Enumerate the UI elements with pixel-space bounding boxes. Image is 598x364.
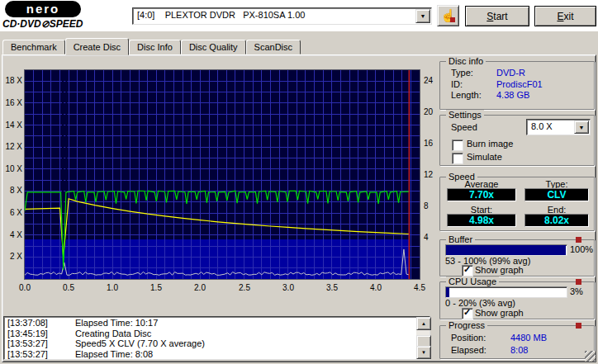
record-indicator-icon xyxy=(576,237,581,243)
cpu-percent-label: 3% xyxy=(570,286,583,296)
log-message: Speed5 X CLV (7.70 X average) xyxy=(75,338,205,349)
disc-info-title: Disc info xyxy=(446,56,486,66)
scroll-down-button[interactable]: ▼ xyxy=(416,346,431,359)
triangle-down-icon: ▼ xyxy=(421,350,426,355)
record-indicator-icon xyxy=(576,323,581,329)
buffer-progressbar-fill xyxy=(446,245,566,255)
y-axis-right-tick-label: 12 xyxy=(424,170,440,179)
disc-info-group: Disc info Type:DVD-RID:ProdiscF01Length:… xyxy=(439,61,595,110)
tab-disc-quality[interactable]: Disc Quality xyxy=(181,40,246,54)
record-indicator-icon xyxy=(576,279,581,285)
nero-logo: nero xyxy=(5,1,81,17)
drive-selector-value: [4:0] PLEXTOR DVDR PX-810SA 1.00 xyxy=(137,10,305,20)
disc-info-row: Length:4.38 GB xyxy=(451,90,589,102)
progress-group: Progress Position: 4480 MB Elapsed: 8:08 xyxy=(439,325,595,359)
buffer-show-graph-label: Show graph xyxy=(475,265,524,275)
tab-benchmark[interactable]: Benchmark xyxy=(2,40,65,54)
info-value: ProdiscF01 xyxy=(496,79,543,91)
log-scrollbar[interactable]: ▲ ▼ xyxy=(416,317,430,359)
y-axis-left-tick-label: 8 X xyxy=(1,186,22,195)
chart-canvas xyxy=(25,70,420,279)
speed-chart xyxy=(24,69,420,280)
log-listbox[interactable]: [13:37:08]Elapsed Time: 10:17[13:45:19]C… xyxy=(3,316,430,360)
x-axis-tick-label: 1.5 xyxy=(146,283,166,292)
simulate-checkbox[interactable] xyxy=(452,153,463,164)
log-row[interactable]: [13:45:19]Creating Data Disc xyxy=(6,329,415,339)
drive-selector-dropdown-button[interactable]: ▼ xyxy=(415,9,430,23)
y-axis-left-tick-label: 4 X xyxy=(1,230,22,239)
log-timestamp: [13:37:08] xyxy=(6,318,75,329)
tab-bar: BenchmarkCreate DiscDisc InfoDisc Qualit… xyxy=(2,38,301,55)
log-row[interactable]: [13:53:27]Speed5 X CLV (7.70 X average) xyxy=(6,338,415,349)
position-label: Position: xyxy=(451,333,486,343)
progress-title: Progress xyxy=(446,320,487,330)
y-axis-left-tick-label: 2 X xyxy=(1,252,22,261)
tab-disc-info[interactable]: Disc Info xyxy=(129,40,181,54)
y-axis-left-tick-label: 10 X xyxy=(1,164,22,173)
log-message: Elapsed Time: 8:08 xyxy=(75,349,153,359)
log-row[interactable]: [13:37:08]Elapsed Time: 10:17 xyxy=(6,318,415,329)
x-axis-tick-label: 0.0 xyxy=(15,283,35,292)
cpu-show-graph-checkbox[interactable] xyxy=(462,308,473,319)
cpu-show-graph-label: Show graph xyxy=(475,308,524,318)
x-axis-tick-label: 4.0 xyxy=(366,283,386,292)
y-axis-left-tick-label: 18 X xyxy=(1,76,22,85)
cpu-progressbar-fill xyxy=(446,287,449,297)
speed-select-dropdown-button[interactable]: ▼ xyxy=(574,121,589,134)
simulate-label: Simulate xyxy=(467,152,502,162)
buffer-progressbar xyxy=(445,244,567,256)
x-axis-tick-label: 2.0 xyxy=(190,283,210,292)
elapsed-label: Elapsed: xyxy=(451,345,486,355)
disc-info-rows: Type:DVD-RID:ProdiscF01Length:4.38 GB xyxy=(451,68,589,102)
y-axis-right-tick-label: 8 xyxy=(424,201,440,210)
write-type-value: CLV xyxy=(524,188,589,201)
tab-create-disc[interactable]: Create Disc xyxy=(65,38,129,55)
log-timestamp: [13:53:27] xyxy=(6,349,75,359)
elapsed-value: 8:08 xyxy=(510,345,528,355)
y-axis-left-tick-label: 6 X xyxy=(1,208,22,217)
x-axis-tick-label: 2.5 xyxy=(235,283,254,292)
speed-select[interactable]: 8.0 X ▼ xyxy=(526,119,591,135)
nero-cd-dvd-speed-window: nero CD·DVD⊘SPEED [4:0] PLEXTOR DVDR PX-… xyxy=(0,0,598,364)
log-timestamp: [13:45:19] xyxy=(6,329,75,339)
log-timestamp: [13:53:27] xyxy=(6,338,75,349)
exit-button[interactable]: Exit xyxy=(534,6,596,26)
chevron-down-icon: ▼ xyxy=(579,125,585,130)
disc-info-row: Type:DVD-R xyxy=(451,68,589,79)
buffer-group: Buffer 100% 53 - 100% (99% avg) Show gra… xyxy=(439,239,595,277)
y-axis-left-tick-label: 12 X xyxy=(1,142,22,151)
tab-scandisc[interactable]: ScanDisc xyxy=(246,40,301,54)
x-axis-tick-label: 1.0 xyxy=(102,283,122,292)
burn-image-checkbox[interactable] xyxy=(452,139,463,151)
eject-button[interactable]: ☝ xyxy=(437,5,459,26)
log-message: Creating Data Disc xyxy=(75,329,151,339)
buffer-percent-label: 100% xyxy=(570,244,593,254)
info-label: ID: xyxy=(451,79,496,91)
x-axis-tick-label: 3.5 xyxy=(322,283,342,292)
settings-group: Settings Speed 8.0 X ▼ Burn image Simula… xyxy=(439,115,595,166)
resize-grip[interactable] xyxy=(585,351,596,362)
cpu-usage-group: CPU Usage 3% 0 - 20% (3% avg) Show graph xyxy=(439,281,595,319)
chart-gap xyxy=(62,70,64,209)
buffer-show-graph-checkbox[interactable] xyxy=(462,265,473,277)
settings-title: Settings xyxy=(446,110,484,120)
record-dot-icon xyxy=(450,17,455,22)
chart-gap xyxy=(65,70,67,209)
position-value: 4480 MB xyxy=(510,333,547,343)
disc-info-row: ID:ProdiscF01 xyxy=(451,79,589,91)
log-row[interactable]: [13:53:27]Elapsed Time: 8:08 xyxy=(6,349,415,359)
triangle-up-icon: ▲ xyxy=(421,321,426,326)
speed-select-value: 8.0 X xyxy=(531,121,553,131)
average-speed-value: 7.70x xyxy=(447,188,516,201)
speed-info-group: Speed Average Type: 7.70x CLV Start: End… xyxy=(439,177,595,231)
drive-selector[interactable]: [4:0] PLEXTOR DVDR PX-810SA 1.00 ▼ xyxy=(132,7,432,25)
buffer-title: Buffer xyxy=(446,234,475,244)
scroll-up-button[interactable]: ▲ xyxy=(416,317,431,330)
y-axis-right-tick-label: 4 xyxy=(424,233,440,242)
top-toolbar: nero CD·DVD⊘SPEED [4:0] PLEXTOR DVDR PX-… xyxy=(0,0,598,31)
burn-image-label: Burn image xyxy=(467,139,513,149)
start-button[interactable]: Start xyxy=(465,6,529,26)
log-rows: [13:37:08]Elapsed Time: 10:17[13:45:19]C… xyxy=(6,318,415,359)
info-label: Type: xyxy=(451,68,496,79)
chevron-down-icon: ▼ xyxy=(420,13,426,19)
